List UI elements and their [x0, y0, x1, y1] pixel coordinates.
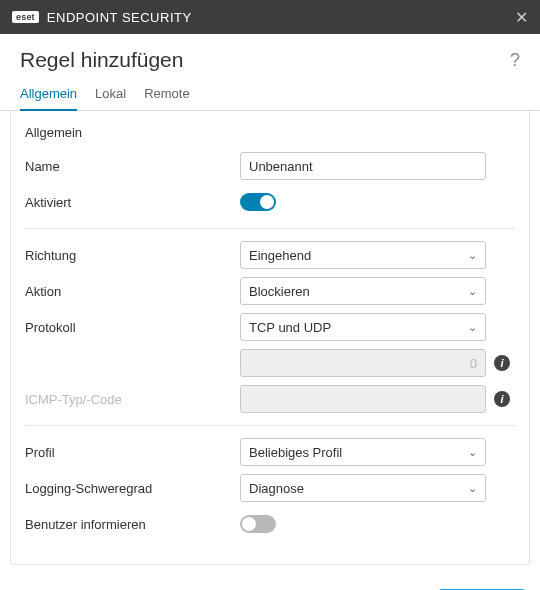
label-icmp: ICMP-Typ/-Code [25, 392, 240, 407]
disabled-num-input [240, 349, 486, 377]
brand: eset ENDPOINT SECURITY [12, 10, 192, 25]
chevron-down-icon: ⌄ [468, 249, 477, 262]
row-activated: Aktiviert [25, 186, 515, 218]
name-input[interactable] [240, 152, 486, 180]
info-icon[interactable]: i [494, 355, 510, 371]
label-name: Name [25, 159, 240, 174]
label-action: Aktion [25, 284, 240, 299]
direction-value: Eingehend [249, 248, 311, 263]
row-protocol: Protokoll TCP und UDP ⌄ [25, 311, 515, 343]
row-logging: Logging-Schweregrad Diagnose ⌄ [25, 472, 515, 504]
help-icon[interactable]: ? [510, 50, 520, 71]
label-activated: Aktiviert [25, 195, 240, 210]
profile-value: Beliebiges Profil [249, 445, 342, 460]
chevron-down-icon: ⌄ [468, 446, 477, 459]
logging-value: Diagnose [249, 481, 304, 496]
chevron-down-icon: ⌄ [468, 482, 477, 495]
tab-local[interactable]: Lokal [95, 80, 126, 111]
info-icon[interactable]: i [494, 391, 510, 407]
brand-text: ENDPOINT SECURITY [47, 10, 192, 25]
label-protocol: Protokoll [25, 320, 240, 335]
profile-select[interactable]: Beliebiges Profil ⌄ [240, 438, 486, 466]
action-select[interactable]: Blockieren ⌄ [240, 277, 486, 305]
label-direction: Richtung [25, 248, 240, 263]
tabs: Allgemein Lokal Remote [0, 80, 540, 111]
row-icmp: ICMP-Typ/-Code i [25, 383, 515, 415]
tab-general[interactable]: Allgemein [20, 80, 77, 111]
page-title: Regel hinzufügen [20, 48, 183, 72]
protocol-select[interactable]: TCP und UDP ⌄ [240, 313, 486, 341]
action-value: Blockieren [249, 284, 310, 299]
logging-select[interactable]: Diagnose ⌄ [240, 474, 486, 502]
brand-badge: eset [12, 11, 39, 23]
label-notify: Benutzer informieren [25, 517, 240, 532]
chevron-down-icon: ⌄ [468, 321, 477, 334]
row-name: Name [25, 150, 515, 182]
icmp-input [240, 385, 486, 413]
close-icon[interactable]: ✕ [515, 8, 528, 27]
label-logging: Logging-Schweregrad [25, 481, 240, 496]
direction-select[interactable]: Eingehend ⌄ [240, 241, 486, 269]
notify-toggle[interactable] [240, 515, 276, 533]
titlebar: eset ENDPOINT SECURITY ✕ [0, 0, 540, 34]
footer: OK [0, 565, 540, 590]
label-profile: Profil [25, 445, 240, 460]
section-title-general: Allgemein [25, 125, 515, 140]
row-notify: Benutzer informieren [25, 508, 515, 540]
row-direction: Richtung Eingehend ⌄ [25, 239, 515, 271]
row-profile: Profil Beliebiges Profil ⌄ [25, 436, 515, 468]
divider [25, 228, 515, 229]
row-action: Aktion Blockieren ⌄ [25, 275, 515, 307]
dialog-header: Regel hinzufügen ? [0, 34, 540, 80]
panel-general: Allgemein Name Aktiviert Richtung Eingeh… [10, 111, 530, 565]
divider [25, 425, 515, 426]
row-disabled-num: i [25, 347, 515, 379]
chevron-down-icon: ⌄ [468, 285, 477, 298]
protocol-value: TCP und UDP [249, 320, 331, 335]
tab-remote[interactable]: Remote [144, 80, 190, 111]
activated-toggle[interactable] [240, 193, 276, 211]
